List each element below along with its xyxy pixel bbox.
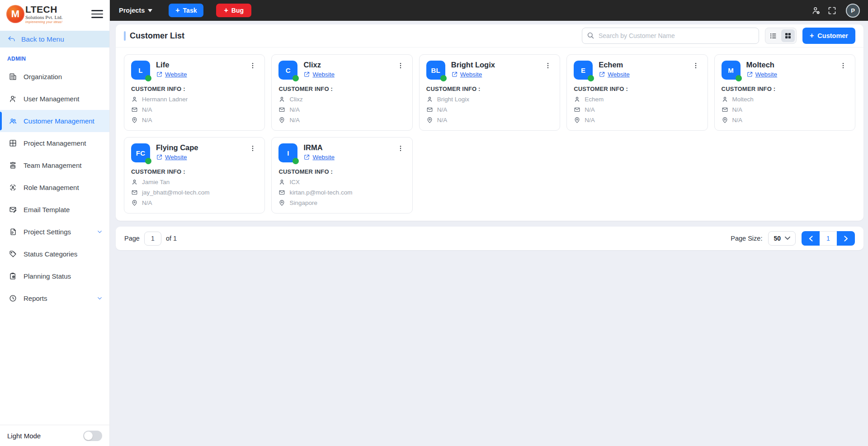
website-link[interactable]: Website bbox=[156, 71, 187, 78]
kebab-menu-button[interactable] bbox=[396, 61, 406, 71]
sidebar-item-project-management[interactable]: Project Management bbox=[0, 132, 109, 154]
page-header: Customer List bbox=[116, 24, 863, 47]
contact-location: N/A bbox=[437, 117, 448, 123]
add-customer-button[interactable]: + Customer bbox=[802, 28, 855, 44]
contact-name: Hermann Ladner bbox=[142, 96, 188, 103]
view-toggle-group bbox=[765, 28, 797, 44]
light-mode-toggle[interactable] bbox=[83, 431, 102, 441]
contact-email: N/A bbox=[289, 106, 300, 113]
previous-page-button[interactable] bbox=[802, 231, 820, 246]
external-link-icon bbox=[303, 71, 310, 78]
projects-dropdown[interactable]: Projects bbox=[119, 7, 152, 14]
sidebar-item-project-settings[interactable]: Project Settings bbox=[0, 221, 109, 243]
mail-icon bbox=[426, 106, 433, 113]
planning-status-icon bbox=[9, 272, 17, 280]
kebab-menu-button[interactable] bbox=[248, 61, 258, 71]
sidebar-item-planning-status[interactable]: Planning Status bbox=[0, 265, 109, 287]
profile-avatar[interactable]: P bbox=[846, 4, 860, 18]
customer-card: I IRMA Website CUSTOMER INFO : ICX kirta… bbox=[271, 137, 412, 214]
website-link[interactable]: Website bbox=[746, 71, 778, 78]
sidebar-item-role-management[interactable]: Role Management bbox=[0, 176, 109, 199]
location-pin-icon bbox=[131, 199, 138, 206]
website-link[interactable]: Website bbox=[303, 71, 335, 78]
reports-icon bbox=[9, 294, 17, 303]
mail-icon bbox=[131, 189, 138, 196]
page-size-label: Page Size: bbox=[731, 235, 762, 242]
customer-name: Echem bbox=[599, 61, 630, 69]
sidebar-item-team-management[interactable]: Team Management bbox=[0, 154, 109, 176]
person-icon bbox=[131, 96, 138, 103]
person-icon bbox=[426, 96, 433, 103]
sidebar-item-label: Planning Status bbox=[24, 272, 71, 280]
customer-info-label: CUSTOMER INFO : bbox=[131, 85, 258, 92]
search-icon bbox=[586, 31, 595, 40]
contact-email: N/A bbox=[732, 106, 743, 113]
search-input[interactable] bbox=[582, 28, 759, 44]
kebab-menu-button[interactable] bbox=[838, 61, 848, 71]
sidebar-item-status-categories[interactable]: Status Categories bbox=[0, 243, 109, 265]
add-task-button[interactable]: + Task bbox=[169, 4, 203, 17]
hamburger-menu-icon[interactable] bbox=[91, 9, 103, 19]
chevron-right-icon bbox=[844, 236, 848, 242]
fullscreen-button[interactable] bbox=[827, 6, 837, 15]
kebab-menu-button[interactable] bbox=[396, 143, 406, 153]
location-pin-icon bbox=[426, 117, 433, 123]
plus-icon: + bbox=[810, 32, 814, 39]
customer-info-label: CUSTOMER INFO : bbox=[278, 168, 405, 175]
sidebar-item-organization[interactable]: Organization bbox=[0, 66, 109, 88]
sidebar-item-reports[interactable]: Reports bbox=[0, 287, 109, 309]
customer-list-panel: Customer List bbox=[116, 24, 863, 221]
user-settings-button[interactable] bbox=[811, 6, 821, 15]
contact-name: Bright Logix bbox=[437, 96, 469, 103]
user-gear-icon bbox=[811, 6, 821, 15]
sidebar-item-label: Status Categories bbox=[24, 250, 77, 258]
next-page-button[interactable] bbox=[837, 231, 855, 246]
sidebar-item-label: Reports bbox=[24, 294, 47, 302]
contact-email: N/A bbox=[142, 106, 152, 113]
customer-name: Moltech bbox=[746, 61, 778, 69]
main-content: Customer List bbox=[110, 21, 868, 446]
location-pin-icon bbox=[278, 199, 285, 206]
add-bug-button[interactable]: + Bug bbox=[216, 4, 251, 17]
plus-icon: + bbox=[175, 7, 179, 14]
customer-card: M Moltech Website CUSTOMER INFO : Moltec… bbox=[714, 54, 855, 131]
grid-view-icon bbox=[784, 32, 792, 39]
grid-view-button[interactable] bbox=[781, 29, 795, 42]
customer-card: E Echem Website CUSTOMER INFO : Echem N/… bbox=[566, 54, 708, 131]
kebab-menu-button[interactable] bbox=[543, 61, 553, 71]
sidebar-item-label: Project Management bbox=[24, 139, 86, 147]
status-dot bbox=[736, 75, 742, 81]
project-settings-icon bbox=[9, 228, 17, 236]
page-number-input[interactable] bbox=[144, 232, 161, 246]
status-dot bbox=[292, 158, 299, 164]
contact-location: N/A bbox=[142, 199, 152, 206]
contact-location: N/A bbox=[585, 117, 595, 123]
caret-down-icon bbox=[148, 9, 152, 12]
website-link[interactable]: Website bbox=[451, 71, 482, 78]
sidebar-item-email-template[interactable]: Email Template bbox=[0, 199, 109, 221]
fullscreen-icon bbox=[827, 6, 837, 15]
customer-info-label: CUSTOMER INFO : bbox=[574, 85, 700, 92]
website-link[interactable]: Website bbox=[599, 71, 630, 78]
website-link[interactable]: Website bbox=[303, 154, 335, 161]
customer-name: Clixz bbox=[303, 61, 335, 69]
kebab-menu-button[interactable] bbox=[248, 143, 258, 153]
page-size-select[interactable]: 50 bbox=[768, 231, 796, 246]
back-to-menu-button[interactable]: Back to Menu bbox=[0, 31, 109, 47]
status-dot bbox=[145, 75, 151, 81]
page-label: Page bbox=[124, 235, 140, 242]
external-link-icon bbox=[746, 71, 753, 78]
customer-info-label: CUSTOMER INFO : bbox=[131, 168, 258, 175]
status-dot bbox=[292, 75, 299, 81]
back-to-menu-label: Back to Menu bbox=[21, 35, 64, 43]
kebab-menu-button[interactable] bbox=[691, 61, 701, 71]
website-link[interactable]: Website bbox=[156, 154, 187, 161]
list-view-button[interactable] bbox=[767, 29, 780, 42]
sidebar-item-user-management[interactable]: User Management bbox=[0, 88, 109, 110]
sidebar-item-label: Organization bbox=[24, 73, 62, 81]
brand-tagline: Implementing your ideas! bbox=[25, 21, 63, 24]
current-page-number[interactable]: 1 bbox=[820, 231, 837, 246]
status-dot bbox=[588, 75, 594, 81]
topbar: Projects + Task + Bug P bbox=[110, 0, 868, 21]
sidebar-item-customer-management[interactable]: Customer Management bbox=[0, 110, 109, 132]
